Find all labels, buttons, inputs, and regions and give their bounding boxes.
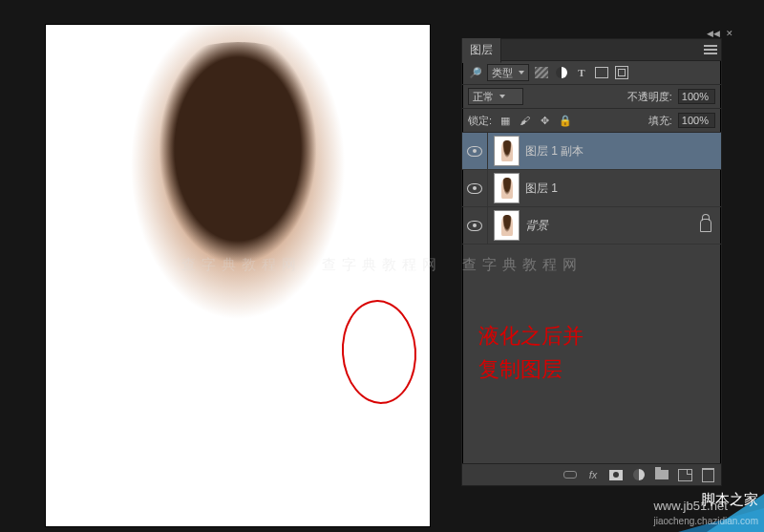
close-icon[interactable]: ✕ xyxy=(726,29,733,38)
photo-content xyxy=(46,25,430,526)
filter-text-icon[interactable]: T xyxy=(574,65,589,80)
collapse-icon[interactable]: ◀◀ xyxy=(707,29,720,38)
eye-icon xyxy=(467,146,482,157)
layer-row[interactable]: 背景 xyxy=(462,207,721,245)
new-layer-icon[interactable] xyxy=(677,467,692,482)
lock-pixels-icon[interactable]: 🖌 xyxy=(518,114,532,128)
lock-icon xyxy=(700,219,711,232)
watermark-decoration xyxy=(678,508,764,532)
watermark-decoration xyxy=(707,494,764,532)
layer-row[interactable]: 图层 1 副本 xyxy=(462,133,721,170)
panel-footer: fx xyxy=(462,463,721,485)
lock-all-icon[interactable]: 🔒 xyxy=(558,114,572,128)
fill-label: 填充: xyxy=(648,114,672,128)
fill-value-input[interactable]: 100% xyxy=(678,113,715,128)
canvas-area[interactable] xyxy=(46,25,430,526)
link-layers-icon[interactable] xyxy=(562,467,578,482)
layer-list: 图层 1 副本 图层 1 背景 液化之后并 复制图层 xyxy=(462,133,721,459)
filter-kind-icon[interactable]: 🔎 xyxy=(468,66,482,80)
panel-tab-bar: 图层 xyxy=(462,39,721,61)
layers-tab[interactable]: 图层 xyxy=(462,38,501,63)
blend-mode-value: 正常 xyxy=(473,90,494,104)
layer-mask-icon[interactable] xyxy=(608,467,624,482)
visibility-toggle[interactable] xyxy=(462,133,488,169)
filter-smartobject-icon[interactable] xyxy=(614,65,629,80)
opacity-value-input[interactable]: 100% xyxy=(678,89,715,104)
opacity-label: 不透明度: xyxy=(627,90,672,104)
filter-shape-icon[interactable] xyxy=(594,65,609,80)
chevron-down-icon xyxy=(499,95,505,98)
filter-kind-label: 类型 xyxy=(492,66,513,80)
lock-position-icon[interactable]: ✥ xyxy=(538,114,552,128)
eye-icon xyxy=(467,221,482,231)
watermark-url: www.jb51.net jiaocheng.chazidian.com xyxy=(653,499,758,527)
layers-panel: 图层 🔎 类型 T 正常 不透明度: 100% 锁定: ▦ 🖌 ✥ xyxy=(461,38,722,486)
layer-name[interactable]: 背景 xyxy=(525,218,548,234)
lock-label: 锁定: xyxy=(468,114,492,128)
eye-icon xyxy=(467,183,482,194)
blend-opacity-row: 正常 不透明度: 100% xyxy=(462,85,721,109)
layer-name[interactable]: 图层 1 副本 xyxy=(525,143,584,160)
chevron-down-icon xyxy=(519,71,524,74)
filter-kind-dropdown[interactable]: 类型 xyxy=(487,64,529,81)
filter-adjustment-icon[interactable] xyxy=(554,65,569,80)
lock-transparency-icon[interactable]: ▦ xyxy=(498,114,512,128)
delete-layer-icon[interactable] xyxy=(700,467,715,482)
visibility-toggle[interactable] xyxy=(462,170,488,206)
fill-value: 100% xyxy=(682,115,709,126)
layer-filter-row: 🔎 类型 T xyxy=(462,61,721,85)
opacity-value: 100% xyxy=(682,91,709,102)
layer-thumbnail[interactable] xyxy=(494,173,520,203)
layer-row[interactable]: 图层 1 xyxy=(462,170,721,207)
group-icon[interactable] xyxy=(654,467,669,482)
watermark-badge: 脚本之家 xyxy=(701,491,758,509)
filter-pixel-icon[interactable] xyxy=(534,65,549,80)
panel-menu-icon[interactable] xyxy=(704,45,717,54)
annotation-text: 液化之后并 复制图层 xyxy=(478,319,584,386)
visibility-toggle[interactable] xyxy=(462,207,488,244)
layer-thumbnail[interactable] xyxy=(494,210,520,241)
lock-fill-row: 锁定: ▦ 🖌 ✥ 🔒 填充: 100% xyxy=(462,109,721,133)
layer-style-icon[interactable]: fx xyxy=(585,467,601,482)
layer-name[interactable]: 图层 1 xyxy=(525,181,558,197)
layer-thumbnail[interactable] xyxy=(494,136,520,166)
blend-mode-dropdown[interactable]: 正常 xyxy=(468,88,523,105)
adjustment-layer-icon[interactable] xyxy=(631,467,647,482)
